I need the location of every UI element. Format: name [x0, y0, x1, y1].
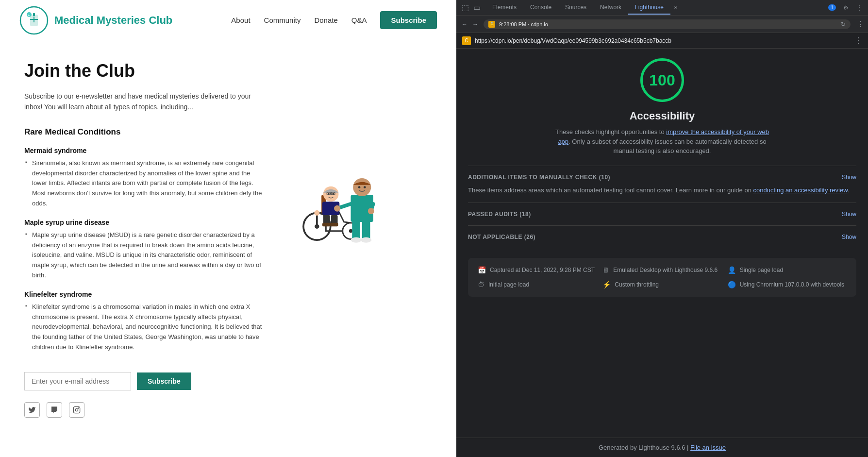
- devtools-tab-badge: 1: [827, 3, 837, 13]
- svg-point-30: [353, 178, 371, 196]
- score-desc-prefix: These checks highlight opportunities to: [555, 128, 666, 135]
- svg-point-28: [314, 210, 319, 216]
- condition-mermaid: Mermaid syndrome Sirenomelia, also known…: [24, 147, 262, 209]
- tab-lighthouse[interactable]: Lighthouse: [628, 1, 670, 15]
- footer-text: Generated by Lighthouse 9.6.6 |: [599, 444, 690, 451]
- main-content: Join the Club Subscribe to our e-newslet…: [0, 41, 456, 437]
- condition-title-0: Mermaid syndrome: [24, 147, 262, 154]
- meta-timer-icon: ⏱: [478, 281, 484, 288]
- devtools-icon-inspect[interactable]: ⬚: [460, 3, 470, 13]
- meta-text-4: Custom throttling: [615, 280, 659, 289]
- svg-point-38: [368, 208, 374, 214]
- svg-point-36: [361, 237, 371, 242]
- svg-rect-26: [322, 223, 331, 226]
- website-panel: + Medical Mysteries Club About Community…: [0, 0, 456, 457]
- devtools-tabs-bar: ⬚ ▭ Elements Console Sources Network Lig…: [456, 0, 868, 16]
- reload-icon[interactable]: ↻: [841, 21, 846, 28]
- site-favicon: C: [462, 36, 471, 45]
- audit-show-0[interactable]: Show: [842, 174, 856, 181]
- meta-box: 📅 Captured at Dec 11, 2022, 9:28 PM CST …: [468, 258, 856, 297]
- svg-rect-27: [330, 223, 338, 226]
- svg-point-18: [323, 186, 339, 202]
- condition-title-2: Klinefelter syndrome: [24, 290, 262, 298]
- audit-header-2: NOT APPLICABLE (26) Show: [468, 234, 856, 240]
- meta-item-2: 👤 Single page load: [728, 266, 847, 274]
- twitter-icon[interactable]: [24, 402, 40, 418]
- nav-subscribe-button[interactable]: Subscribe: [380, 11, 437, 29]
- audit-header-1: PASSED AUDITS (18) Show: [468, 211, 856, 218]
- brand-name: Medical Mysteries Club: [54, 14, 172, 27]
- nav-donate[interactable]: Donate: [314, 16, 337, 24]
- tab-elements[interactable]: Elements: [485, 1, 523, 15]
- meta-chromium-icon: 🔵: [728, 281, 736, 288]
- tab-network[interactable]: Network: [593, 1, 628, 15]
- forward-icon[interactable]: →: [471, 20, 480, 29]
- nav-community[interactable]: Community: [264, 16, 301, 24]
- tab-console[interactable]: Console: [523, 1, 558, 15]
- audit-header-0: ADDITIONAL ITEMS TO MANUALLY CHECK (10) …: [468, 174, 856, 181]
- score-value: 100: [649, 71, 675, 89]
- subscribe-section: Subscribe: [24, 372, 262, 390]
- audit-title-2: NOT APPLICABLE (26): [468, 234, 535, 240]
- email-input[interactable]: [24, 372, 131, 390]
- instagram-icon[interactable]: [69, 402, 84, 418]
- wheelchair-illustration: [277, 127, 393, 254]
- file-issue-link[interactable]: File an issue: [690, 444, 726, 451]
- meta-throttle-icon: ⚡: [602, 281, 611, 288]
- url-row: C https://cdpn.io/pen/debug/VwdOaqp/ee09…: [456, 33, 868, 49]
- condition-title-1: Maple syrup urine disease: [24, 219, 262, 226]
- audit-title-1: PASSED AUDITS (18): [468, 211, 531, 218]
- meta-text-3: Initial page load: [488, 280, 529, 289]
- meta-text-0: Captured at Dec 11, 2022, 9:28 PM CST: [490, 266, 595, 274]
- devtools-right-icons: 1 ⚙ ⋮: [827, 3, 864, 13]
- devtools-more-icon[interactable]: ⋮: [854, 3, 864, 13]
- audit-show-1[interactable]: Show: [842, 211, 856, 218]
- devtools-icon-device[interactable]: ▭: [472, 3, 482, 13]
- svg-point-11: [78, 407, 79, 408]
- condition-klinefelter: Klinefelter syndrome Klinefelter syndrom…: [24, 290, 262, 353]
- intro-text: Subscribe to our e-newsletter and have m…: [24, 91, 257, 113]
- url-more-icon[interactable]: ⋮: [854, 36, 862, 45]
- meta-item-0: 📅 Captured at Dec 11, 2022, 9:28 PM CST: [478, 266, 597, 274]
- logo-icon: +: [19, 6, 49, 35]
- audit-show-2[interactable]: Show: [842, 234, 856, 240]
- devtools-panel: ⬚ ▭ Elements Console Sources Network Lig…: [456, 0, 868, 457]
- address-bar-more[interactable]: ⋮: [856, 19, 864, 29]
- back-icon[interactable]: ←: [460, 20, 469, 29]
- audit-section-2: NOT APPLICABLE (26) Show: [468, 225, 856, 248]
- nav-qa[interactable]: Q&A: [351, 16, 367, 24]
- condition-desc-0: Sirenomelia, also known as mermaid syndr…: [24, 158, 262, 209]
- meta-calendar-icon: 📅: [478, 266, 486, 274]
- meta-text-1: Emulated Desktop with Lighthouse 9.6.6: [613, 266, 718, 274]
- meta-text-5: Using Chromium 107.0.0.0 with devtools: [740, 280, 844, 289]
- tab-count-badge: 1: [828, 4, 836, 11]
- content-area: Rare Medical Conditions Mermaid syndrome…: [24, 127, 432, 418]
- nav-about[interactable]: About: [231, 16, 250, 24]
- condition-desc-2: Klinefelter syndrome is a chromosomal va…: [24, 302, 262, 353]
- score-description: These checks highlight opportunities to …: [551, 127, 774, 156]
- svg-point-32: [364, 186, 366, 188]
- audit-subdesc-link[interactable]: conducting an accessibility review: [753, 186, 848, 194]
- twitch-icon[interactable]: [47, 402, 62, 418]
- score-section: 100 Accessibility These checks highlight…: [468, 58, 856, 156]
- svg-point-37: [334, 205, 340, 211]
- audit-section-1: PASSED AUDITS (18) Show: [468, 203, 856, 225]
- meta-item-3: ⏱ Initial page load: [478, 280, 597, 289]
- svg-point-10: [75, 408, 78, 411]
- audit-subdesc-0: These items address areas which an autom…: [468, 186, 856, 195]
- devtools-address-bar: ← → 🔒 9:28:08 PM · cdpn.io ↻ ⋮: [456, 16, 868, 33]
- nav-links: About Community Donate Q&A Subscribe: [231, 16, 437, 25]
- subscribe-button[interactable]: Subscribe: [137, 372, 191, 390]
- audit-section-0: ADDITIONAL ITEMS TO MANUALLY CHECK (10) …: [468, 166, 856, 203]
- text-column: Rare Medical Conditions Mermaid syndrome…: [24, 127, 262, 418]
- devtools-settings-icon[interactable]: ⚙: [841, 3, 851, 13]
- tab-more[interactable]: »: [670, 1, 682, 15]
- svg-rect-33: [352, 221, 360, 239]
- url-bar[interactable]: 🔒 9:28:08 PM · cdpn.io ↻: [484, 19, 851, 29]
- social-icons: [24, 402, 262, 418]
- timestamp-text: 9:28:08 PM · cdpn.io: [499, 21, 548, 27]
- tab-sources[interactable]: Sources: [558, 1, 593, 15]
- score-label: Accessibility: [630, 110, 695, 122]
- lighthouse-footer: Generated by Lighthouse 9.6.6 | File an …: [456, 438, 868, 457]
- svg-rect-9: [73, 406, 80, 413]
